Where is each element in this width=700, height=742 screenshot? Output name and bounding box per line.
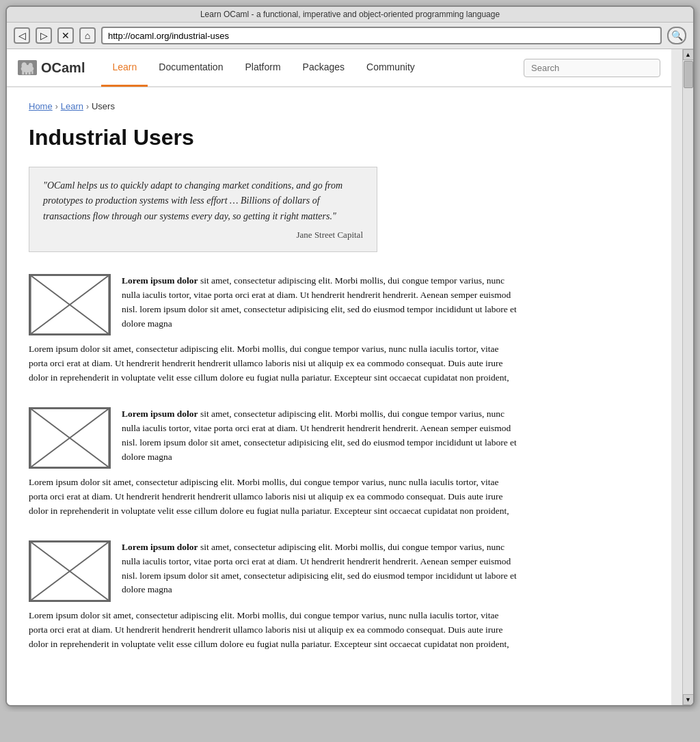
svg-rect-8 xyxy=(31,275,109,334)
entry-full-text-3: Lorem ipsum dolor sit amet, consectetur … xyxy=(29,609,518,652)
quote-text: "OCaml helps us to quickly adapt to chan… xyxy=(43,178,363,224)
svg-rect-14 xyxy=(31,542,109,601)
svg-point-2 xyxy=(21,62,27,68)
svg-line-15 xyxy=(31,542,109,601)
breadcrumb-sep-2: › xyxy=(86,102,89,111)
entry-bold-3: Lorem ipsum dolor xyxy=(122,542,198,552)
nav-link-community[interactable]: Community xyxy=(355,49,426,87)
svg-line-9 xyxy=(31,275,109,334)
svg-line-12 xyxy=(31,409,109,467)
scrollbar-track[interactable] xyxy=(683,60,693,694)
entry-full-text-1: Lorem ipsum dolor sit amet, consectetur … xyxy=(29,342,518,385)
placeholder-image-icon-2 xyxy=(30,409,109,467)
placeholder-image-icon-3 xyxy=(30,542,109,601)
scrollbar-thumb[interactable] xyxy=(684,61,693,88)
breadcrumb-home[interactable]: Home xyxy=(29,101,53,111)
svg-line-10 xyxy=(31,275,109,334)
entry-item-2: Lorem ipsum dolor sit amet, consectetur … xyxy=(29,407,518,519)
placeholder-image-icon xyxy=(30,275,109,334)
scrollbar-down-arrow[interactable]: ▼ xyxy=(683,694,694,705)
logo-text: OCaml xyxy=(41,60,85,76)
breadcrumb: Home › Learn › Users xyxy=(29,101,518,111)
entry-full-text-2: Lorem ipsum dolor sit amet, consectetur … xyxy=(29,476,518,519)
scrollbar[interactable]: ▲ ▼ xyxy=(682,49,693,705)
nav-link-learn[interactable]: Learn xyxy=(101,49,148,87)
logo-area[interactable]: OCaml xyxy=(18,60,85,76)
browser-search-icon[interactable]: 🔍 xyxy=(667,27,686,44)
forward-button[interactable]: ▷ xyxy=(36,27,52,44)
entry-image-2 xyxy=(29,407,111,469)
svg-rect-7 xyxy=(31,71,33,74)
entry-bold-1: Lorem ipsum dolor xyxy=(122,275,198,286)
breadcrumb-current: Users xyxy=(92,101,115,111)
main-content: Home › Learn › Users Industrial Users "O… xyxy=(7,87,540,700)
nav-link-packages[interactable]: Packages xyxy=(292,49,355,87)
quote-attribution: Jane Street Capital xyxy=(43,230,363,241)
entry-text-1: Lorem ipsum dolor sit amet, consectetur … xyxy=(122,274,518,335)
address-bar[interactable] xyxy=(101,27,662,44)
svg-rect-4 xyxy=(22,71,24,74)
svg-rect-6 xyxy=(29,71,31,74)
entry-item-3: Lorem ipsum dolor sit amet, consectetur … xyxy=(29,540,518,652)
breadcrumb-learn[interactable]: Learn xyxy=(61,101,83,111)
scrollbar-up-arrow[interactable]: ▲ xyxy=(683,49,694,60)
svg-point-3 xyxy=(29,63,33,68)
browser-toolbar: ◁ ▷ ✕ ⌂ 🔍 xyxy=(7,23,693,49)
page-title: Industrial Users xyxy=(29,125,518,150)
entry-inner-2: Lorem ipsum dolor sit amet, consectetur … xyxy=(29,407,518,469)
entry-bold-2: Lorem ipsum dolor xyxy=(122,409,198,419)
search-input[interactable] xyxy=(524,59,660,77)
breadcrumb-sep-1: › xyxy=(55,102,58,111)
svg-rect-11 xyxy=(31,409,109,467)
entry-item-1: Lorem ipsum dolor sit amet, consectetur … xyxy=(29,274,518,385)
navbar: OCaml Learn Documentation Platform Packa… xyxy=(7,49,671,87)
nav-search-area xyxy=(524,59,660,77)
nav-links: Learn Documentation Platform Packages Co… xyxy=(101,49,524,87)
home-button[interactable]: ⌂ xyxy=(79,27,96,44)
browser-title-bar: Learn OCaml - a functional, imperative a… xyxy=(7,7,693,23)
entry-image-1 xyxy=(29,274,111,335)
quote-block: "OCaml helps us to quickly adapt to chan… xyxy=(29,167,377,252)
browser-viewport: OCaml Learn Documentation Platform Packa… xyxy=(7,49,671,705)
entry-text-3: Lorem ipsum dolor sit amet, consectetur … xyxy=(122,540,518,602)
svg-rect-5 xyxy=(25,71,27,74)
browser-title: Learn OCaml - a functional, imperative a… xyxy=(200,10,500,19)
browser-window: Learn OCaml - a functional, imperative a… xyxy=(5,5,695,706)
ocaml-logo-icon xyxy=(18,60,37,75)
back-button[interactable]: ◁ xyxy=(14,27,30,44)
svg-line-16 xyxy=(31,542,109,601)
entry-inner-3: Lorem ipsum dolor sit amet, consectetur … xyxy=(29,540,518,602)
entry-inner-1: Lorem ipsum dolor sit amet, consectetur … xyxy=(29,274,518,335)
entry-image-3 xyxy=(29,540,111,602)
close-button[interactable]: ✕ xyxy=(57,27,74,44)
entry-text-2: Lorem ipsum dolor sit amet, consectetur … xyxy=(122,407,518,469)
nav-link-platform[interactable]: Platform xyxy=(234,49,291,87)
nav-link-documentation[interactable]: Documentation xyxy=(148,49,234,87)
svg-line-13 xyxy=(31,409,109,467)
